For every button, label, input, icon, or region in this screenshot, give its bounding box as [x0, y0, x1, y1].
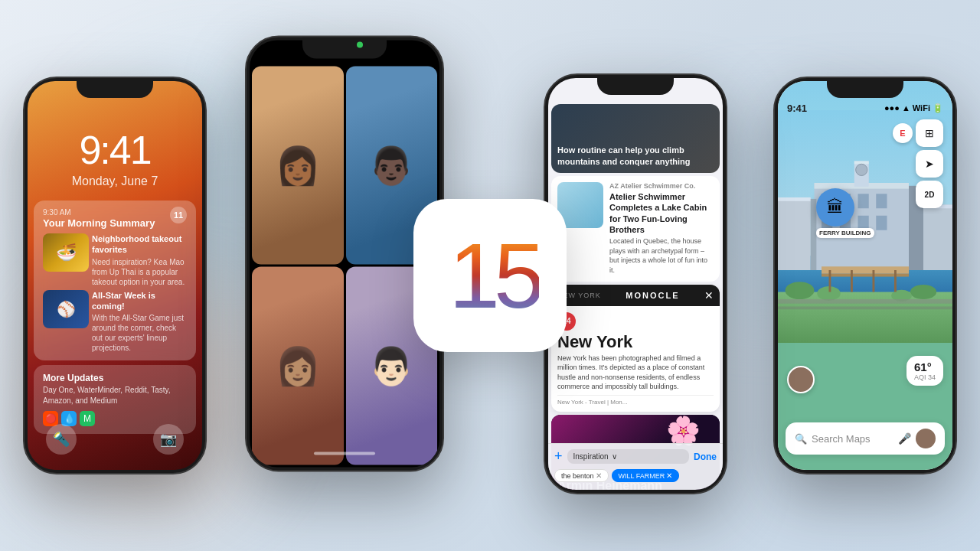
- person-3-emoji: 👩🏽: [275, 344, 321, 387]
- article-2-side: AZ Atelier Schwimmer Co. Atelier Schwimm…: [551, 176, 720, 282]
- safari-tabbar: + Inspiration ∨ Done the benton ✕ WILL F…: [548, 443, 723, 490]
- maps-time: 9:41: [787, 103, 807, 114]
- scene: 15 9:41 Monday, June 7 11 9:30 AM Your M…: [0, 0, 980, 551]
- location-button[interactable]: ➤: [916, 150, 943, 178]
- svg-rect-28: [829, 270, 831, 292]
- svg-rect-13: [876, 216, 887, 230]
- notif-article1-headline: Neighborhood takeout favorites: [92, 233, 187, 256]
- notif-badge: 11: [170, 207, 187, 223]
- monocle-description: New York has been photographed and filme…: [557, 354, 714, 392]
- maps-content: 9:41 ●●● ▲ WiFi 🔋 ⊞ ➤ 2D: [778, 81, 952, 470]
- notification-card[interactable]: 11 9:30 AM Your Morning Summary Neighbor…: [34, 201, 196, 360]
- svg-rect-20: [923, 205, 952, 271]
- 2d-mode-button[interactable]: 2D: [916, 181, 943, 208]
- done-button[interactable]: Done: [694, 452, 717, 462]
- notif-food-image: [43, 233, 89, 272]
- home-indicator: [314, 452, 375, 455]
- search-icon: 🔍: [795, 433, 807, 445]
- notif-more-text: Day One, WaterMinder, Reddit, Tasty, Ama…: [43, 385, 187, 406]
- lockscreen-screen: 9:41 Monday, June 7 11 9:30 AM Your Morn…: [28, 81, 202, 470]
- lock-time: 9:41: [28, 127, 202, 173]
- chip-close-icon[interactable]: ✕: [596, 471, 602, 480]
- tab-chips: the benton ✕ WILL FARMER ✕: [554, 469, 717, 482]
- landmark-label: FERRY BUILDING: [816, 228, 874, 238]
- article-1-hero: How routine can help you climb mountains…: [551, 104, 720, 173]
- monocle-logo: MONOCLE: [626, 291, 679, 300]
- svg-rect-32: [778, 299, 952, 304]
- svg-rect-33: [778, 307, 952, 310]
- landmark-pin: 🏛: [816, 188, 854, 227]
- monocle-footer: New York - Travel | Mon...: [557, 395, 714, 406]
- green-dot: [357, 42, 363, 48]
- ios-logo: 15: [413, 199, 567, 352]
- tab-row: + Inspiration ∨ Done: [554, 448, 717, 465]
- notif-images: Neighborhood takeout favorites Need insp…: [43, 233, 187, 287]
- lock-date: Monday, June 7: [28, 174, 202, 188]
- tab-label: Inspiration ∨: [567, 449, 689, 464]
- person-1-emoji: 👩🏾: [275, 144, 321, 187]
- notif-sports-image: [43, 290, 89, 328]
- svg-rect-18: [778, 197, 811, 201]
- close-monocle-icon[interactable]: ✕: [704, 289, 714, 302]
- notch-2: [302, 37, 387, 59]
- svg-rect-9: [876, 194, 887, 208]
- add-tab-button[interactable]: +: [554, 448, 563, 465]
- notch-4: [827, 78, 903, 98]
- svg-point-24: [910, 285, 936, 299]
- lock-bottom-buttons: 🔦 📷: [28, 424, 202, 455]
- svg-point-16: [856, 164, 867, 175]
- person-2-emoji: 👨🏿: [368, 144, 414, 187]
- phone-safari: How routine can help you climb mountains…: [544, 73, 727, 494]
- notif-images-2: All-Star Week is coming! With the All-St…: [43, 290, 187, 354]
- maps-screen: 9:41 ●●● ▲ WiFi 🔋 ⊞ ➤ 2D: [778, 81, 952, 470]
- notif-article2-body: With the All-Star Game just around the c…: [92, 313, 187, 353]
- notif-more-title: More Updates: [43, 373, 187, 383]
- chip-benton-label: the benton: [561, 472, 594, 480]
- article-2-text: AZ Atelier Schwimmer Co. Atelier Schwimm…: [609, 182, 714, 276]
- monocle-city: New York: [557, 334, 714, 350]
- notch-1: [77, 78, 153, 98]
- svg-rect-30: [873, 270, 875, 292]
- maps-controls: ⊞ ➤ 2D: [916, 119, 943, 208]
- facetime-bottom: [250, 452, 439, 455]
- chevron-down-icon: ∨: [612, 452, 617, 461]
- article-1[interactable]: How routine can help you climb mountains…: [551, 104, 720, 173]
- article-2-body: Located in Quebec, the house plays with …: [609, 236, 714, 275]
- grid-view-button[interactable]: ⊞: [916, 119, 943, 147]
- chip-close-blue-icon[interactable]: ✕: [666, 471, 672, 480]
- svg-rect-29: [851, 270, 853, 292]
- facetime-grid: 👩🏾 👨🏿 👩🏽 👨🏻: [250, 41, 439, 468]
- monocle-card[interactable]: NEW YORK MONOCLE ✕ 24 New York New York …: [551, 285, 720, 412]
- notif-article1-body: Need inspiration? Kea Mao from Up Thai i…: [92, 257, 187, 287]
- weather-aqi: AQI 34: [914, 373, 936, 381]
- safari-screen: How routine can help you climb mountains…: [548, 78, 723, 490]
- safari-content: How routine can help you climb mountains…: [548, 78, 723, 490]
- chip-benton[interactable]: the benton ✕: [554, 469, 609, 482]
- chip-farmer[interactable]: WILL FARMER ✕: [612, 469, 680, 482]
- article-2-title: Atelier Schwimmer Completes a Lake Cabin…: [609, 191, 714, 235]
- svg-rect-31: [894, 270, 897, 292]
- phone-maps: 9:41 ●●● ▲ WiFi 🔋 ⊞ ➤ 2D: [773, 77, 957, 474]
- compass-rose[interactable]: E: [893, 123, 913, 143]
- notif-time: 9:30 AM: [43, 208, 187, 217]
- phone-lockscreen: 9:41 Monday, June 7 11 9:30 AM Your Morn…: [23, 77, 207, 474]
- facetime-cell-3: 👩🏽: [252, 267, 344, 465]
- camera-button[interactable]: 📷: [153, 424, 184, 455]
- landmark-icon: 🏛: [827, 197, 844, 217]
- search-maps-placeholder: Search Maps: [812, 433, 893, 445]
- flashlight-button[interactable]: 🔦: [46, 424, 77, 455]
- location-icon: ➤: [925, 158, 934, 170]
- article-2-source: AZ Atelier Schwimmer Co.: [609, 182, 714, 190]
- lockscreen-content: 9:41 Monday, June 7 11 9:30 AM Your Morn…: [28, 81, 202, 434]
- article-2[interactable]: AZ Atelier Schwimmer Co. Atelier Schwimm…: [551, 176, 720, 282]
- notch-3: [597, 75, 674, 95]
- maps-avatar[interactable]: [787, 366, 815, 393]
- monocle-body: 24 New York New York has been photograph…: [551, 306, 720, 412]
- mic-icon[interactable]: 🎤: [898, 432, 911, 445]
- weather-temp: 61°: [914, 360, 936, 373]
- monocle-header: NEW YORK MONOCLE ✕: [551, 285, 720, 306]
- maps-search-bar[interactable]: 🔍 Search Maps 🎤: [786, 422, 945, 455]
- ferry-building-landmark[interactable]: 🏛 FERRY BUILDING: [816, 188, 874, 238]
- user-avatar[interactable]: [916, 429, 936, 448]
- signal-icons: ●●● ▲ WiFi 🔋: [884, 103, 943, 113]
